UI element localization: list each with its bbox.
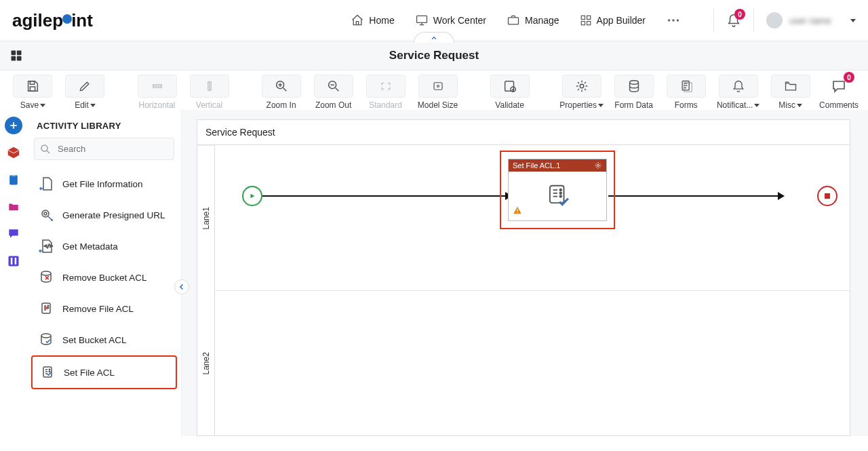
nav-app-builder[interactable]: App Builder	[580, 14, 646, 26]
activity-remove-bucket-acl[interactable]: Remove Bucket ACL	[31, 262, 177, 293]
svg-point-20	[437, 85, 439, 87]
save-button[interactable]: Save	[9, 75, 56, 110]
svg-rect-31	[15, 258, 17, 264]
file-set-icon	[39, 364, 57, 381]
lane-divider	[215, 290, 850, 291]
nav-more[interactable]	[666, 13, 681, 28]
folder-icon	[783, 79, 798, 93]
standard-label: Standard	[369, 100, 402, 110]
svg-rect-14	[31, 87, 35, 91]
pull-tab[interactable]	[414, 32, 454, 43]
validate-button[interactable]: Validate	[486, 75, 533, 110]
activity-generate-presigned-url[interactable]: Generate Presigned URL	[31, 199, 177, 231]
notifications-button[interactable]: Notificat...	[715, 75, 762, 110]
activity-get-file-info[interactable]: Get File Information	[31, 168, 177, 199]
search-input[interactable]	[34, 138, 174, 160]
warning-icon	[513, 205, 522, 215]
comments-label: Comments	[819, 100, 859, 110]
properties-button[interactable]: Properties	[558, 75, 605, 110]
properties-label: Properties	[559, 100, 597, 110]
rail-add-button[interactable]	[5, 117, 22, 134]
vertical-button[interactable]: Vertical	[186, 75, 233, 110]
folder-fill-icon	[6, 201, 21, 213]
zoom-in-icon	[274, 79, 289, 94]
lane2-label[interactable]: Lane2	[197, 291, 214, 436]
canvas-card: Service Request Lane1 Lane2	[197, 119, 850, 436]
svg-rect-3	[587, 16, 590, 19]
activity-titlebar: Set File ACL.1	[509, 159, 606, 172]
nav-home-label: Home	[369, 15, 394, 26]
comments-button[interactable]: 0 Comments	[819, 75, 859, 110]
misc-button[interactable]: Misc	[767, 75, 814, 110]
notifications-button[interactable]: 0	[726, 13, 741, 28]
gear-small-icon[interactable]	[594, 161, 602, 170]
gear-icon	[574, 79, 589, 94]
svg-rect-11	[12, 56, 16, 61]
metadata-icon: </>	[38, 237, 56, 255]
activity-title: Set File ACL.1	[513, 161, 560, 170]
svg-point-40	[41, 334, 51, 338]
activity-set-file-acl[interactable]: Set File ACL	[31, 355, 177, 389]
standard-icon	[378, 80, 393, 92]
svg-point-24	[629, 81, 638, 85]
separator	[753, 9, 754, 32]
activity-get-metadata[interactable]: </> Get Metadata	[31, 231, 177, 262]
avatar[interactable]	[766, 12, 783, 28]
lane1-label[interactable]: Lane1	[197, 145, 214, 291]
canvas-process-name: Service Request	[197, 120, 850, 145]
svg-rect-45	[550, 186, 564, 203]
zoom-in-button[interactable]: Zoom In	[258, 75, 304, 110]
align-vertical-icon	[203, 79, 216, 94]
form-data-label: Form Data	[614, 100, 653, 110]
svg-rect-27	[9, 175, 18, 184]
svg-rect-2	[581, 16, 585, 19]
apps-icon	[580, 14, 592, 26]
horizontal-button[interactable]: Horizontal	[134, 75, 180, 110]
zoom-out-label: Zoom Out	[315, 100, 351, 110]
database-icon	[627, 79, 642, 94]
nav-work-center[interactable]: Work Center	[415, 14, 486, 27]
rail-item-3[interactable]	[5, 198, 22, 216]
logo: agilep int	[12, 10, 93, 31]
comments-badge: 0	[844, 72, 854, 83]
flow-edge-1	[262, 195, 505, 197]
form-data-button[interactable]: Form Data	[610, 75, 657, 110]
save-icon	[25, 79, 40, 94]
rail-item-5[interactable]	[5, 252, 22, 270]
rail-item-1[interactable]	[5, 144, 22, 161]
forms-button[interactable]: Forms	[663, 75, 709, 110]
box-icon	[6, 145, 21, 160]
left-rail	[0, 110, 27, 436]
apps-grid-button[interactable]	[9, 49, 23, 62]
rail-item-4[interactable]	[5, 225, 22, 243]
nav-home[interactable]: Home	[351, 14, 394, 27]
grid-icon	[9, 49, 23, 62]
sidebar-collapse-button[interactable]	[174, 279, 189, 294]
svg-point-7	[672, 19, 675, 22]
svg-text:</>: </>	[44, 243, 53, 249]
chevron-down-icon[interactable]	[850, 19, 856, 22]
plus-icon	[9, 121, 18, 130]
activity-remove-file-acl[interactable]: Remove File ACL	[31, 293, 177, 324]
start-node[interactable]	[242, 186, 262, 206]
model-size-label: Model Size	[418, 100, 458, 110]
model-size-button[interactable]: Model Size	[414, 75, 461, 110]
nav-manage[interactable]: Manage	[507, 14, 559, 27]
sidebar-title: ACTIVITY LIBRARY	[27, 110, 181, 138]
canvas-area: Service Request Lane1 Lane2	[182, 110, 868, 436]
clipboard-icon	[7, 172, 20, 187]
chevron-down-icon	[40, 104, 45, 107]
activity-set-bucket-acl[interactable]: Set Bucket ACL	[31, 324, 177, 355]
activity-highlight: Set File ACL.1	[500, 151, 615, 229]
rail-item-2[interactable]	[5, 171, 22, 189]
edit-button[interactable]: Edit	[62, 75, 108, 110]
svg-rect-9	[12, 51, 16, 56]
vertical-label: Vertical	[196, 100, 222, 110]
activity-label: Get Metadata	[62, 241, 118, 252]
zoom-out-button[interactable]: Zoom Out	[310, 75, 357, 110]
activity-body	[509, 172, 606, 219]
diagram-surface[interactable]: Set File ACL.1	[215, 145, 850, 435]
activity-node[interactable]: Set File ACL.1	[508, 159, 607, 221]
end-node[interactable]	[817, 186, 837, 206]
zoom-standard-button[interactable]: Standard	[362, 75, 409, 110]
